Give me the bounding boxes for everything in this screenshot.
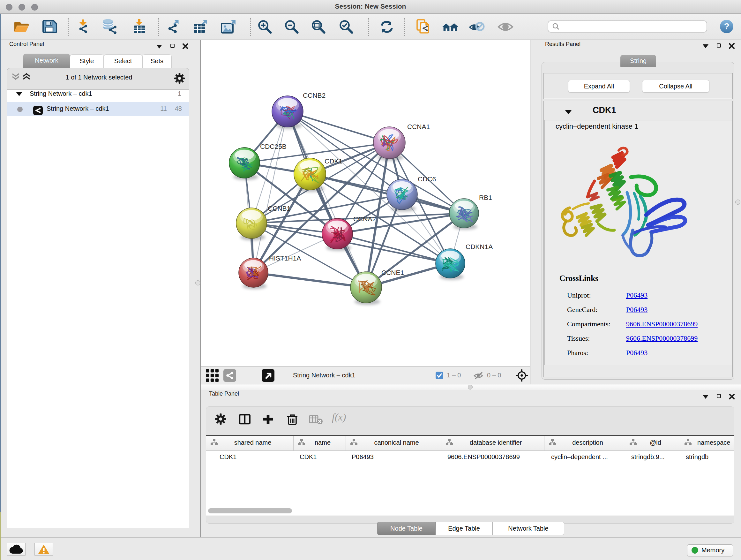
svg-text:RB1: RB1	[479, 194, 492, 201]
svg-text:?: ?	[724, 21, 729, 31]
svg-text:CDK1: CDK1	[325, 158, 342, 165]
svg-text:HIST1H1A: HIST1H1A	[269, 254, 301, 262]
svg-text:CCNA1: CCNA1	[407, 123, 430, 130]
svg-text:CCNB1: CCNB1	[268, 205, 290, 212]
svg-text:CCNE1: CCNE1	[381, 269, 404, 276]
svg-text:CDC25B: CDC25B	[260, 143, 286, 150]
svg-text:CDC6: CDC6	[418, 175, 436, 183]
svg-text:CCNB2: CCNB2	[303, 91, 326, 99]
svg-text:CDKN1A: CDKN1A	[466, 243, 493, 250]
svg-text:CCNA2: CCNA2	[353, 215, 376, 223]
